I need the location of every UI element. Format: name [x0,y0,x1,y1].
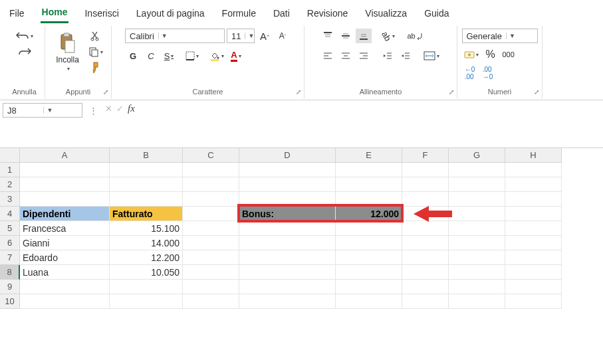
redo-button[interactable] [16,45,33,59]
cell-D1[interactable] [239,163,336,177]
row-header-3[interactable]: 3 [0,192,20,207]
font-color-button[interactable]: A [228,48,244,63]
cell-A6[interactable]: Gianni [20,236,110,250]
cell-E3[interactable] [336,192,402,207]
menu-data[interactable]: Dati [272,5,291,23]
decrease-font-button[interactable]: Aˇ [275,29,291,43]
col-header-A[interactable]: A [20,148,110,163]
cell-G5[interactable] [449,221,505,236]
cell-B5[interactable]: 15.100 [110,221,183,236]
row-header-6[interactable]: 6 [0,236,20,250]
cell-G10[interactable] [449,294,505,309]
cell-B4[interactable]: Fatturato [110,207,183,221]
row-header-2[interactable]: 2 [0,177,20,192]
select-all-corner[interactable] [0,148,20,163]
cell-A3[interactable] [20,192,110,207]
cell-C5[interactable] [183,221,239,236]
font-launcher[interactable]: ⤢ [296,88,301,96]
cell-C10[interactable] [183,294,239,309]
cell-D8[interactable] [239,265,336,280]
cell-F1[interactable] [402,163,449,177]
cell-C8[interactable] [183,265,239,280]
cell-E10[interactable] [336,294,402,309]
cell-A1[interactable] [20,163,110,177]
cell-B10[interactable] [110,294,183,309]
undo-button[interactable] [14,29,35,43]
paste-button[interactable]: Incolla [52,29,84,75]
enter-formula-icon[interactable]: ✓ [116,104,124,114]
alignment-launcher[interactable]: ⤢ [449,88,454,96]
cell-E9[interactable] [336,280,402,294]
cell-F10[interactable] [402,294,449,309]
cell-H1[interactable] [505,163,562,177]
fill-color-button[interactable] [207,48,226,63]
cell-C1[interactable] [183,163,239,177]
col-header-D[interactable]: D [239,148,336,163]
cancel-formula-icon[interactable]: ✕ [105,104,112,114]
copy-button[interactable] [86,45,105,59]
col-header-B[interactable]: B [110,148,183,163]
cell-E7[interactable] [336,250,402,265]
cell-C7[interactable] [183,250,239,265]
cell-E8[interactable] [336,265,402,280]
clipboard-launcher[interactable]: ⤢ [103,88,108,96]
align-right-button[interactable] [356,48,372,63]
row-header-7[interactable]: 7 [0,250,20,265]
cell-B8[interactable]: 10.050 [110,265,183,280]
fx-icon[interactable]: fx [128,103,135,114]
cell-D9[interactable] [239,280,336,294]
borders-button[interactable] [183,48,201,63]
cell-C3[interactable] [183,192,239,207]
menu-pagelayout[interactable]: Layout di pagina [135,5,206,23]
increase-indent-button[interactable] [398,48,414,63]
cell-G1[interactable] [449,163,505,177]
cut-button[interactable] [88,29,104,43]
cell-B3[interactable] [110,192,183,207]
cell-F5[interactable] [402,221,449,236]
increase-font-button[interactable]: A^ [257,29,273,43]
row-header-1[interactable]: 1 [0,163,20,177]
formula-input[interactable] [139,103,603,118]
cell-D4[interactable]: Bonus: [239,207,336,221]
cell-A5[interactable]: Francesca [20,221,110,236]
col-header-C[interactable]: C [183,148,239,163]
merge-button[interactable] [422,48,441,63]
cell-F8[interactable] [402,265,449,280]
cell-E5[interactable] [336,221,402,236]
col-header-H[interactable]: H [505,148,562,163]
cell-A9[interactable] [20,280,110,294]
cell-G6[interactable] [449,236,505,250]
cell-C9[interactable] [183,280,239,294]
cell-F9[interactable] [402,280,449,294]
cell-D7[interactable] [239,250,336,265]
italic-button[interactable]: C [143,48,159,63]
bold-button[interactable]: G [125,48,141,63]
align-bottom-button[interactable] [356,29,372,43]
cell-H7[interactable] [505,250,562,265]
cell-F7[interactable] [402,250,449,265]
number-launcher[interactable]: ⤢ [534,88,539,96]
percent-button[interactable]: % [483,47,499,62]
wrap-text-button[interactable]: ab [405,29,424,43]
increase-decimal-button[interactable]: ←0.00 [462,66,478,80]
cell-E1[interactable] [336,163,402,177]
cell-A10[interactable] [20,294,110,309]
row-header-4[interactable]: 4 [0,207,20,221]
cell-E4[interactable]: 12.000 [336,207,402,221]
menu-formulas[interactable]: Formule [221,5,257,23]
row-header-9[interactable]: 9 [0,280,20,294]
cell-H8[interactable] [505,265,562,280]
cell-B2[interactable] [110,177,183,192]
menu-home[interactable]: Home [41,4,69,23]
cell-D5[interactable] [239,221,336,236]
grid[interactable]: A B C D E F G H 1 2 3 4 Dipendenti Fattu… [0,148,603,309]
number-format-combo[interactable]: Generale ▼ [462,29,538,43]
cell-G4[interactable] [449,207,505,221]
underline-button[interactable]: S [161,48,177,63]
cell-H5[interactable] [505,221,562,236]
cell-H9[interactable] [505,280,562,294]
cell-G8[interactable] [449,265,505,280]
align-left-button[interactable] [320,48,336,63]
cell-H6[interactable] [505,236,562,250]
row-header-5[interactable]: 5 [0,221,20,236]
